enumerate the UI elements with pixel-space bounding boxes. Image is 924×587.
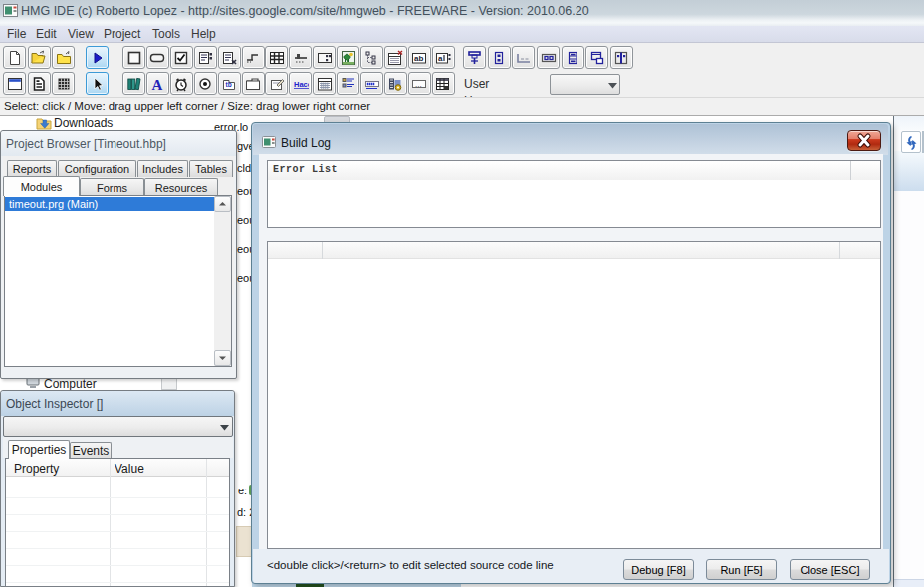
svg-text:ab: ab xyxy=(414,54,423,63)
svg-text:a: a xyxy=(438,54,443,63)
svg-text:A: A xyxy=(152,76,163,92)
svg-text:Hace: Hace xyxy=(294,80,309,89)
svg-text:tb: tb xyxy=(226,81,232,88)
svg-text:...: ... xyxy=(415,79,422,88)
